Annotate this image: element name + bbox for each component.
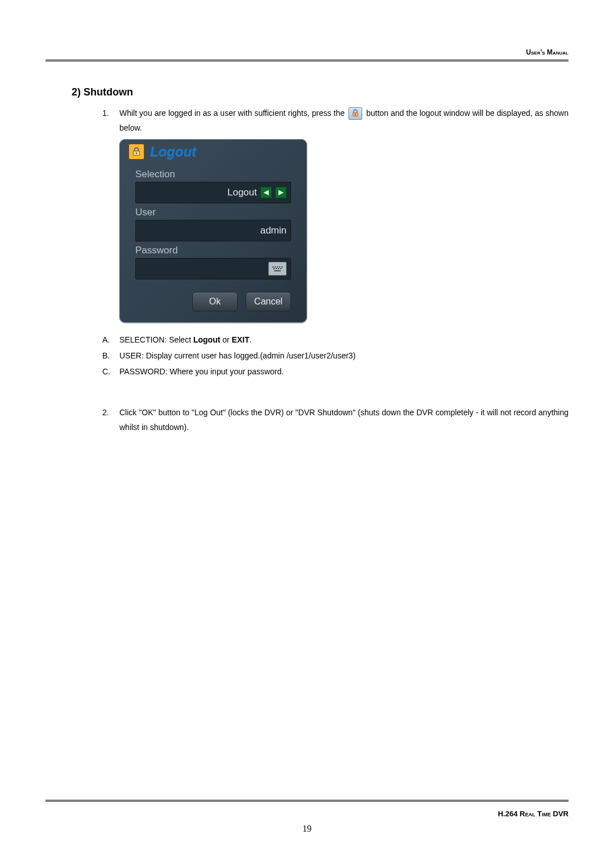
item-a-bold2: EXIT xyxy=(232,335,250,344)
svg-rect-3 xyxy=(136,152,137,154)
header-label: User's Manual xyxy=(45,48,569,56)
svg-point-1 xyxy=(355,114,356,115)
password-field[interactable] xyxy=(135,258,291,279)
user-label: User xyxy=(135,207,291,218)
dialog-titlebar: Logout xyxy=(119,139,307,165)
password-label: Password xyxy=(135,245,291,256)
item-a: A. SELECTION: Select Logout or EXIT. xyxy=(102,332,569,348)
header-rule xyxy=(45,60,569,64)
selection-label: Selection xyxy=(135,169,291,180)
dialog-title: Logout xyxy=(150,144,196,160)
item-c-body: PASSWORD: Where you input your password. xyxy=(119,364,569,379)
ok-button[interactable]: Ok xyxy=(192,292,238,311)
item-b-marker: B. xyxy=(102,348,119,364)
step-1-marker: 1. xyxy=(102,106,119,121)
item-a-bold1: Logout xyxy=(193,335,220,344)
item-a-body: SELECTION: Select Logout or EXIT. xyxy=(119,332,569,348)
lock-icon xyxy=(349,107,362,120)
step-1-text-a: Whilt you are logged in as a user with s… xyxy=(119,108,347,118)
item-b-body: USER: Display current user has logged.(a… xyxy=(119,348,569,364)
footer-rule xyxy=(45,800,569,804)
item-a-suffix: . xyxy=(250,335,252,344)
step-2-body: Click "OK" button to "Log Out" (locks th… xyxy=(119,406,569,435)
section-heading: 2) Shutdown xyxy=(72,86,569,98)
item-a-prefix: SELECTION: Select xyxy=(119,335,193,344)
cancel-button[interactable]: Cancel xyxy=(246,292,291,311)
selection-field[interactable]: Logout ◀ ▶ xyxy=(135,182,291,203)
item-a-mid: or xyxy=(220,335,231,344)
section-title: Shutdown xyxy=(84,86,133,98)
step-1-body: Whilt you are logged in as a user with s… xyxy=(119,106,569,136)
item-b: B. USER: Display current user has logged… xyxy=(102,348,569,364)
selection-value: Logout xyxy=(227,187,257,198)
page-number: 19 xyxy=(45,824,569,834)
item-c-marker: C. xyxy=(102,364,119,379)
user-field: admin xyxy=(135,220,291,241)
step-2-marker: 2. xyxy=(102,406,119,420)
item-c: C. PASSWORD: Where you input your passwo… xyxy=(102,364,569,379)
user-value: admin xyxy=(260,225,287,236)
arrow-right-icon[interactable]: ▶ xyxy=(275,187,287,198)
step-2: 2. Click "OK" button to "Log Out" (locks… xyxy=(102,406,569,435)
step-1: 1. Whilt you are logged in as a user wit… xyxy=(102,106,569,136)
item-a-marker: A. xyxy=(102,332,119,348)
logout-dialog: Logout Selection Logout ◀ ▶ User admin P… xyxy=(119,139,307,323)
keyboard-icon[interactable] xyxy=(268,262,287,276)
arrow-left-icon[interactable]: ◀ xyxy=(260,187,272,198)
logout-dialog-screenshot: Logout Selection Logout ◀ ▶ User admin P… xyxy=(119,139,569,323)
lock-icon xyxy=(128,144,144,160)
section-number: 2) xyxy=(72,86,81,98)
footer-label: H.264 Real Time DVR xyxy=(45,809,569,818)
